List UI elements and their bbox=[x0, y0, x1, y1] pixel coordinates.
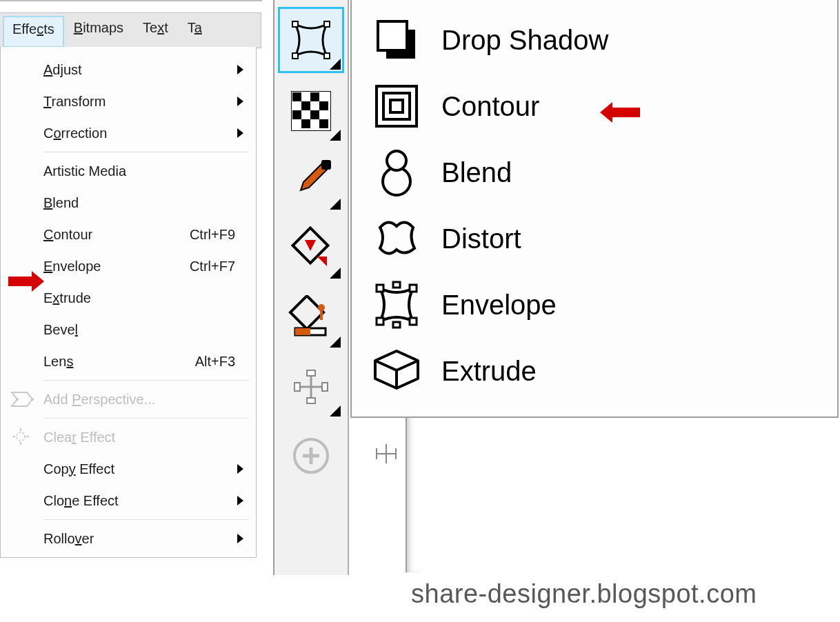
svg-rect-15 bbox=[301, 101, 310, 110]
ruler-marker-icon bbox=[372, 440, 400, 468]
zoom-tool-icon bbox=[290, 435, 332, 476]
eyedropper-tool-icon bbox=[288, 157, 334, 203]
menu-item-shortcut: Ctrl+F9 bbox=[190, 227, 256, 243]
menu-item-bevel[interactable]: Bevel bbox=[1, 314, 256, 345]
svg-rect-29 bbox=[295, 328, 310, 335]
svg-rect-14 bbox=[310, 92, 319, 101]
svg-rect-20 bbox=[319, 119, 328, 128]
clear-effect-icon bbox=[11, 427, 33, 448]
svg-rect-10 bbox=[292, 53, 298, 59]
menu-item-artistic-media[interactable]: Artistic Media bbox=[1, 155, 256, 187]
menu-effects[interactable]: Effects bbox=[3, 16, 64, 48]
perspective-icon bbox=[10, 390, 34, 409]
svg-point-26 bbox=[318, 304, 325, 311]
svg-rect-17 bbox=[292, 110, 301, 119]
flyout-item-label: Contour bbox=[441, 91, 539, 122]
svg-point-2 bbox=[31, 398, 34, 401]
transparency-tool-icon bbox=[291, 91, 331, 131]
svg-rect-21 bbox=[321, 160, 331, 170]
svg-rect-35 bbox=[322, 383, 328, 391]
tool-interactive-fill[interactable] bbox=[280, 356, 342, 418]
annotation-arrow-contour bbox=[600, 102, 640, 123]
menu-item-lens[interactable]: Lens Alt+F3 bbox=[1, 345, 256, 377]
menu-item-label: Artistic Media bbox=[43, 163, 256, 179]
tool-transparency[interactable] bbox=[280, 80, 342, 142]
menu-item-clone-effect[interactable]: Clone Effect bbox=[1, 485, 256, 516]
menu-item-label: Copy Effect bbox=[43, 461, 256, 477]
svg-marker-23 bbox=[305, 240, 316, 251]
tool-outline[interactable] bbox=[280, 218, 342, 280]
flyout-item-drop-shadow[interactable]: Drop Shadow bbox=[352, 7, 837, 73]
svg-point-1 bbox=[16, 398, 19, 401]
menu-item-adjust[interactable]: Adjust bbox=[1, 54, 256, 86]
contour-icon bbox=[372, 82, 421, 130]
menu-item-label: Extrude bbox=[43, 290, 256, 306]
menu-item-label: Envelope bbox=[43, 259, 190, 274]
menu-bitmaps[interactable]: Bitmaps bbox=[64, 13, 133, 48]
menu-item-add-perspective: Add Perspective... bbox=[1, 383, 256, 415]
tool-fill[interactable] bbox=[280, 287, 342, 349]
flyout-item-label: Envelope bbox=[441, 290, 557, 321]
menu-separator bbox=[43, 152, 249, 152]
menu-table-partial[interactable]: Ta bbox=[178, 13, 212, 48]
interactive-tools-flyout: Drop Shadow Contour Blend Distort bbox=[350, 0, 839, 418]
menu-item-rollover[interactable]: Rollover bbox=[1, 523, 256, 554]
menu-item-blend[interactable]: Blend bbox=[1, 187, 256, 219]
menu-item-clear-effect: Clear Effect bbox=[1, 421, 256, 453]
menu-item-transform[interactable]: Transform bbox=[1, 86, 256, 117]
flyout-item-contour[interactable]: Contour bbox=[352, 73, 837, 139]
flyout-item-extrude[interactable]: Extrude bbox=[352, 338, 837, 404]
watermark-text: share-designer.blogspot.com bbox=[411, 579, 757, 609]
menu-separator bbox=[43, 418, 249, 419]
flyout-indicator-icon bbox=[330, 59, 341, 70]
menu-item-copy-effect[interactable]: Copy Effect bbox=[1, 453, 256, 485]
annotation-arrow-envelope bbox=[8, 271, 44, 292]
tool-eyedropper[interactable] bbox=[280, 149, 342, 211]
menubar: Effects Bitmaps Text Ta bbox=[0, 12, 261, 48]
svg-point-3 bbox=[17, 432, 25, 441]
svg-rect-32 bbox=[307, 370, 315, 376]
svg-rect-47 bbox=[410, 285, 417, 292]
svg-rect-9 bbox=[324, 21, 330, 27]
svg-rect-19 bbox=[301, 119, 310, 128]
menu-item-contour[interactable]: Contour Ctrl+F9 bbox=[1, 219, 256, 250]
submenu-arrow-icon bbox=[237, 534, 243, 543]
submenu-arrow-icon bbox=[237, 464, 243, 474]
menu-text[interactable]: Text bbox=[133, 13, 178, 48]
outline-tool-icon bbox=[288, 226, 334, 272]
tool-zoom[interactable] bbox=[280, 425, 342, 487]
menu-item-label: Clone Effect bbox=[43, 493, 256, 509]
svg-rect-48 bbox=[377, 318, 383, 325]
menu-item-label: Adjust bbox=[43, 62, 256, 78]
tool-envelope[interactable] bbox=[278, 7, 344, 73]
toolbox bbox=[273, 0, 349, 575]
menu-item-label: Clear Effect bbox=[43, 430, 256, 445]
flyout-item-envelope[interactable]: Envelope bbox=[352, 272, 837, 338]
envelope-icon bbox=[372, 280, 421, 330]
svg-rect-33 bbox=[307, 398, 315, 403]
submenu-arrow-icon bbox=[237, 128, 243, 138]
menu-item-shortcut: Ctrl+F7 bbox=[190, 259, 256, 274]
svg-marker-24 bbox=[317, 257, 327, 266]
flyout-item-blend[interactable]: Blend bbox=[352, 139, 837, 205]
svg-marker-52 bbox=[375, 351, 418, 370]
svg-rect-25 bbox=[290, 296, 323, 329]
flyout-item-label: Blend bbox=[441, 157, 512, 188]
svg-rect-51 bbox=[393, 322, 400, 328]
flyout-item-label: Drop Shadow bbox=[441, 25, 608, 56]
menu-separator bbox=[43, 519, 249, 520]
menu-item-label: Add Perspective... bbox=[43, 392, 256, 408]
menu-item-correction[interactable]: Correction bbox=[1, 117, 256, 149]
submenu-arrow-icon bbox=[237, 496, 243, 505]
svg-rect-43 bbox=[390, 100, 403, 112]
svg-rect-40 bbox=[378, 21, 407, 50]
flyout-indicator-icon bbox=[330, 405, 341, 417]
svg-rect-46 bbox=[377, 285, 383, 292]
svg-rect-13 bbox=[292, 92, 301, 101]
top-border bbox=[0, 0, 262, 1]
svg-marker-0 bbox=[12, 392, 32, 406]
svg-rect-50 bbox=[393, 282, 400, 288]
menu-item-label: Correction bbox=[43, 126, 256, 141]
flyout-indicator-icon bbox=[330, 199, 341, 210]
flyout-item-distort[interactable]: Distort bbox=[352, 205, 837, 272]
